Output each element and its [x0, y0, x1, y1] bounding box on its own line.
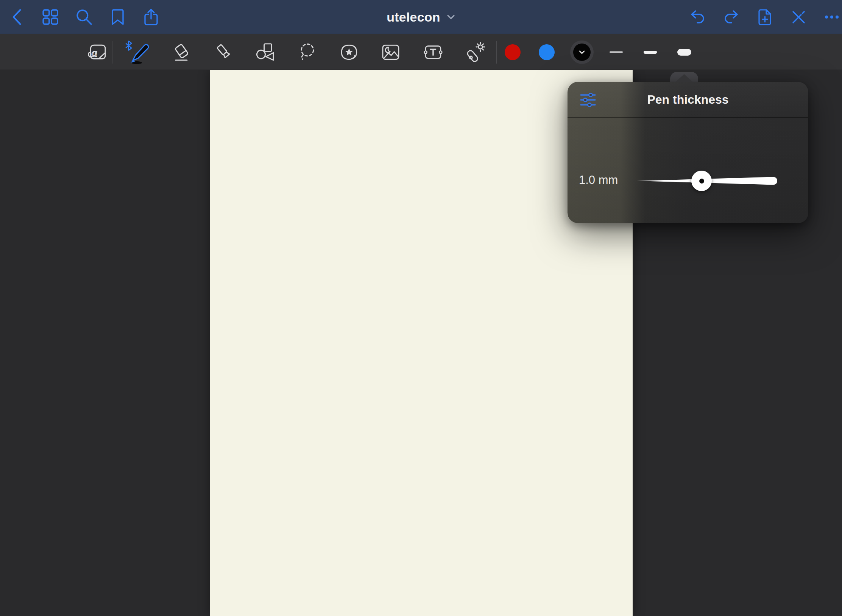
add-page-icon — [757, 8, 773, 26]
popover-title: Pen thickness — [568, 93, 808, 107]
svg-text:a: a — [92, 46, 97, 59]
laser-pointer-icon — [465, 42, 486, 63]
selected-color-ring — [570, 40, 594, 64]
pen-thickness-popover: Pen thickness 1.0 mm — [568, 82, 808, 223]
eraser-icon — [171, 42, 192, 63]
black-color-dot — [573, 44, 591, 61]
top-nav-bar: utelecon — [0, 0, 842, 34]
thick-line-glyph — [677, 49, 691, 56]
lasso-icon — [297, 42, 318, 63]
highlighter-icon — [214, 42, 235, 63]
pen-tool[interactable] — [125, 34, 154, 70]
pen-crossed-icon — [790, 9, 807, 25]
document-title: utelecon — [387, 10, 440, 25]
search-button[interactable] — [70, 0, 98, 34]
zoom-window-icon: a — [87, 42, 108, 63]
bookmark-button[interactable] — [104, 0, 131, 34]
back-button[interactable] — [3, 0, 30, 34]
text-icon — [423, 42, 444, 63]
adjustments-icon — [579, 92, 597, 107]
share-icon — [143, 8, 159, 26]
shapes-tool[interactable] — [251, 34, 279, 70]
lasso-tool[interactable] — [293, 34, 322, 70]
more-ellipsis-icon — [824, 9, 840, 25]
popover-header: Pen thickness — [568, 82, 808, 118]
toolbar-divider — [112, 41, 112, 64]
popover-body: 1.0 mm — [568, 118, 808, 223]
tools-toolbar: a — [0, 34, 842, 70]
highlighter-tool[interactable] — [210, 34, 239, 70]
back-icon — [10, 8, 23, 26]
color-swatch-red[interactable] — [501, 34, 525, 70]
zoom-window-tool[interactable]: a — [83, 34, 112, 70]
pen-icon — [125, 38, 154, 67]
image-tool[interactable] — [376, 34, 405, 70]
eraser-tool[interactable] — [167, 34, 196, 70]
knob-center-dot — [699, 179, 704, 184]
redo-button[interactable] — [717, 0, 745, 34]
color-swatch-blue[interactable] — [535, 34, 559, 70]
thickness-thick-button[interactable] — [669, 34, 699, 70]
laser-pointer-tool[interactable] — [461, 34, 490, 70]
adjustments-button[interactable] — [579, 92, 597, 108]
image-icon — [380, 42, 401, 63]
thin-line-glyph — [610, 51, 623, 53]
redo-icon — [722, 9, 740, 25]
thickness-thin-button[interactable] — [601, 34, 631, 70]
undo-button[interactable] — [684, 0, 711, 34]
blue-color-dot — [539, 44, 555, 60]
chevron-down-icon — [446, 13, 455, 21]
end-editing-button[interactable] — [785, 0, 812, 34]
undo-icon — [689, 9, 706, 25]
sticker-star-icon — [338, 42, 360, 63]
pages-grid-icon — [42, 9, 59, 25]
color-swatch-black-selected[interactable] — [570, 34, 594, 70]
bluetooth-icon — [126, 41, 131, 50]
more-button[interactable] — [818, 0, 842, 34]
bookmark-icon — [110, 8, 125, 26]
medium-line-glyph — [644, 51, 657, 54]
search-icon — [75, 8, 93, 26]
chevron-down-icon — [578, 50, 586, 55]
toolbar-divider — [496, 41, 497, 64]
thickness-medium-button[interactable] — [635, 34, 665, 70]
pages-grid-button[interactable] — [37, 0, 64, 34]
thickness-slider-knob[interactable] — [691, 171, 712, 191]
add-page-button[interactable] — [752, 0, 779, 34]
elements-tool[interactable] — [335, 34, 363, 70]
thickness-value-label: 1.0 mm — [579, 173, 618, 187]
document-title-control[interactable]: utelecon — [364, 0, 478, 34]
shapes-icon — [254, 42, 276, 63]
goodnotes-document-screen: utelecon — [0, 0, 842, 616]
text-tool[interactable] — [419, 34, 448, 70]
red-color-dot — [505, 44, 521, 60]
share-button[interactable] — [137, 0, 165, 34]
popover-caret — [675, 74, 693, 82]
